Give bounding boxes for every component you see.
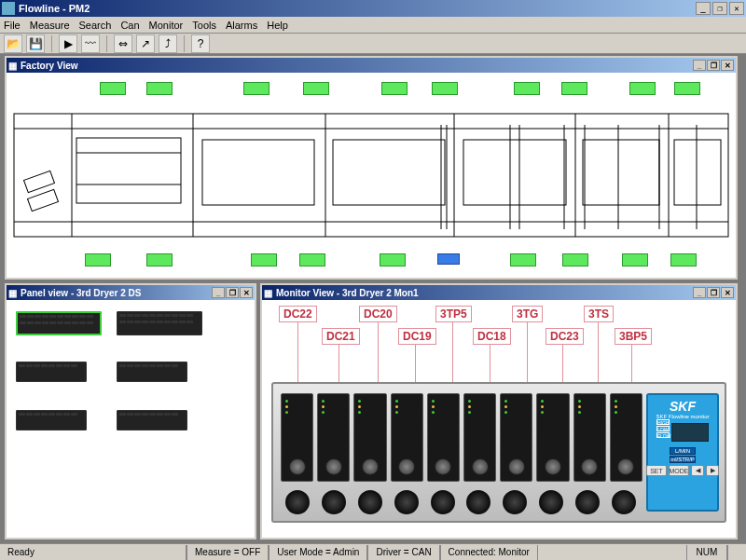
maximize-button[interactable]: ❐ [707,287,720,298]
minimize-button[interactable]: _ [693,60,706,71]
flow-knob[interactable] [391,487,421,517]
menu-measure[interactable]: Measure [30,20,70,31]
monitor-slot[interactable] [317,393,350,482]
status-indicator[interactable] [146,82,173,95]
status-indicator[interactable] [674,82,700,95]
menu-can[interactable]: Can [120,20,139,31]
right-button[interactable]: ▶ [706,465,719,476]
status-indicator[interactable] [562,253,588,266]
channel-tag[interactable]: DC19 [398,328,436,345]
panel-unit[interactable] [16,410,87,430]
flow-knob[interactable] [283,487,313,517]
left-button[interactable]: ◀ [691,465,704,476]
menu-file[interactable]: File [4,20,21,31]
flow-knob[interactable] [536,487,567,517]
factory-diagram[interactable] [7,73,736,278]
status-indicator[interactable] [251,253,277,266]
status-indicator[interactable] [146,253,173,266]
menu-help[interactable]: Help [267,20,288,31]
flow-knob[interactable] [572,487,602,517]
panel-unit[interactable] [16,362,87,382]
maximize-button[interactable]: ❐ [712,2,727,15]
unit-chip: ml/STR/P [670,456,696,463]
play-icon[interactable]: ▶ [59,34,77,53]
monitor-slot[interactable] [353,393,386,482]
status-indicator[interactable] [561,82,587,95]
close-button[interactable]: ✕ [721,60,734,71]
arrow-icon[interactable]: ↗ [136,34,155,53]
panel-unit[interactable] [117,410,187,430]
status-indicator[interactable] [510,253,536,266]
status-indicator[interactable] [380,253,406,266]
minimize-button[interactable]: _ [696,2,711,15]
status-indicator[interactable] [622,253,648,266]
channel-tag[interactable]: 3TG [512,306,543,322]
minimize-button[interactable]: _ [212,287,225,298]
flow-knob[interactable] [355,487,386,517]
panel-unit[interactable] [117,362,187,382]
monitor-slot[interactable] [536,393,569,482]
monitor-slot[interactable] [500,393,532,482]
save-icon[interactable]: 💾 [26,34,45,53]
channel-tag[interactable]: 3TP5 [435,306,472,322]
flow-knob[interactable] [608,487,639,517]
flow-knob[interactable] [319,487,350,517]
monitor-slot[interactable] [427,393,460,482]
status-indicator[interactable] [85,253,111,266]
mode-button[interactable]: MODE [669,465,689,476]
channel-tag[interactable]: DC23 [546,328,584,345]
channel-tag[interactable]: DC22 [279,306,317,322]
status-indicator[interactable] [514,82,540,95]
align-icon[interactable]: ⇔ [114,34,132,53]
monitor-titlebar[interactable]: ▦ Monitor View - 3rd Dryer 2 Mon1 _ ❐ ✕ [262,285,736,300]
factory-titlebar[interactable]: ▦ Factory View _ ❐ ✕ [7,58,736,73]
maximize-button[interactable]: ❐ [707,60,720,71]
status-driver: Driver = CAN [367,545,439,560]
set-button[interactable]: SET [646,465,667,476]
help-icon[interactable]: ? [191,34,210,53]
status-indicator[interactable] [243,82,269,95]
menu-tools[interactable]: Tools [192,20,216,31]
channel-tag[interactable]: DC18 [473,328,511,345]
channel-tag[interactable]: 3BP5 [615,328,652,345]
status-indicator[interactable] [299,253,325,266]
status-indicator[interactable] [437,253,460,265]
machinery-schematic [7,73,736,278]
close-button[interactable]: ✕ [729,2,744,15]
monitor-slot[interactable] [281,393,313,482]
status-indicator[interactable] [670,253,697,266]
menu-alarms[interactable]: Alarms [226,20,257,31]
close-button[interactable]: ✕ [721,287,734,298]
status-indicator[interactable] [100,82,126,95]
status-indicator[interactable] [432,82,458,95]
panel-body[interactable] [7,300,255,538]
menu-search[interactable]: Search [79,20,112,31]
status-indicator[interactable] [381,82,408,95]
flow-knob[interactable] [427,487,458,517]
channel-tag[interactable]: 3TS [584,306,614,322]
status-grip [727,545,746,560]
panel-unit-selected[interactable] [16,311,102,335]
monitor-body[interactable]: DC22 DC20 3TP5 3TG 3TS DC21 DC19 DC18 DC… [262,300,736,538]
channel-tag[interactable]: DC21 [322,328,360,345]
panel-unit[interactable] [117,311,202,335]
main-titlebar: Flowline - PM2 _ ❐ ✕ [0,0,746,17]
monitor-slot[interactable] [391,393,423,482]
minimize-button[interactable]: _ [693,287,706,298]
open-icon[interactable]: 📂 [4,34,22,53]
close-button[interactable]: ✕ [240,287,253,298]
monitor-slot[interactable] [573,393,606,482]
flow-knob[interactable] [463,487,494,517]
status-indicator[interactable] [629,82,656,95]
flow-knob[interactable] [500,487,531,517]
monitor-slot[interactable] [463,393,496,482]
app-title: Flowline - PM2 [19,3,90,14]
panel-titlebar[interactable]: ▦ Panel view - 3rd Dryer 2 DS _ ❐ ✕ [7,285,255,300]
menu-monitor[interactable]: Monitor [149,20,184,31]
monitor-slot[interactable] [610,393,642,482]
maximize-button[interactable]: ❐ [226,287,239,298]
curve-icon[interactable]: ⤴ [159,34,177,53]
status-indicator[interactable] [303,82,329,95]
plot-icon[interactable]: 〰 [81,34,100,53]
channel-tag[interactable]: DC20 [359,306,397,322]
